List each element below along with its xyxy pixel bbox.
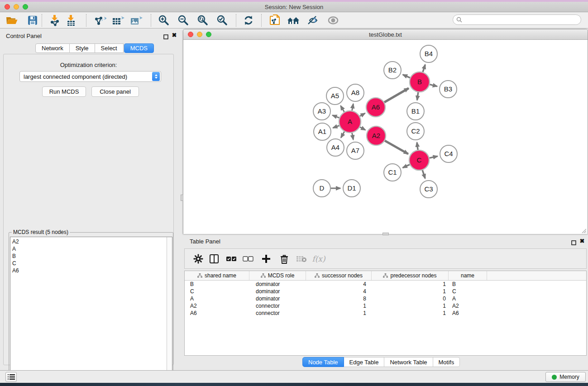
export-network-icon[interactable]: [92, 14, 108, 27]
delete-table-icon[interactable]: [295, 252, 308, 266]
column-type-icon: [383, 273, 388, 278]
mcds-result-item[interactable]: A2: [12, 238, 167, 245]
graph-edge-C-C4[interactable]: [429, 156, 437, 158]
export-table-icon[interactable]: [110, 14, 126, 27]
table-row[interactable]: A2 connector 1 1 A2: [185, 302, 586, 310]
column-type-icon: [315, 273, 320, 278]
mcds-result-list[interactable]: A2 A B C A6: [10, 237, 172, 386]
desktop-strip-bottom: [0, 383, 588, 386]
criterion-dropdown[interactable]: largest connected component (directed): [19, 71, 161, 82]
mcds-result-item[interactable]: C: [12, 260, 167, 267]
task-history-button[interactable]: [5, 372, 17, 382]
table-row[interactable]: C dominator 4 1 C: [185, 288, 586, 295]
delete-column-icon[interactable]: [277, 252, 291, 266]
search-input[interactable]: [464, 17, 581, 23]
graph-edge-A-A2[interactable]: [360, 127, 365, 130]
graph-edge-C-C1[interactable]: [403, 165, 410, 168]
mcds-result-item[interactable]: A6: [12, 267, 167, 274]
tab-node-table[interactable]: Node Table: [302, 357, 344, 367]
tab-network[interactable]: Network: [35, 43, 70, 53]
search-box[interactable]: [453, 14, 581, 25]
run-mcds-button[interactable]: Run MCDS: [42, 86, 86, 97]
graph-edge-B-B3[interactable]: [430, 85, 437, 86]
graph-node-label-A4: A4: [331, 143, 339, 151]
import-network-icon[interactable]: [47, 14, 62, 27]
graph-node-label-B: B: [417, 78, 422, 86]
graph-edge-C-C2[interactable]: [417, 143, 418, 150]
graph-edge-A-A8[interactable]: [352, 104, 354, 111]
graph-node-label-A7: A7: [351, 147, 359, 154]
graph-edge-B-B4[interactable]: [423, 65, 425, 72]
column-header[interactable]: MCDS role: [249, 271, 306, 280]
import-table-icon[interactable]: [63, 14, 79, 27]
main-titlebar: Session: New Session: [0, 2, 588, 12]
graph-edge-A2-C[interactable]: [385, 141, 408, 154]
column-header[interactable]: successor nodes: [306, 271, 372, 280]
graph-edge-A-A5[interactable]: [341, 106, 344, 112]
node-table: shared name MCDS role successor nodes pr…: [184, 271, 587, 356]
export-image-icon[interactable]: [129, 14, 144, 27]
graph-edge-A6-B[interactable]: [384, 88, 409, 102]
column-header[interactable]: shared name: [185, 271, 249, 280]
table-row[interactable]: A dominator 8 0 A: [185, 295, 586, 302]
node-table-header: shared name MCDS role successor nodes pr…: [185, 271, 586, 281]
tab-edge-table[interactable]: Edge Table: [344, 357, 385, 367]
graph-edge-B-B2[interactable]: [403, 75, 410, 78]
table-row[interactable]: B dominator 4 1 B: [185, 281, 586, 288]
tab-select[interactable]: Select: [95, 43, 124, 53]
graph-edge-A-A1[interactable]: [333, 125, 339, 128]
graph-edge-A-A7[interactable]: [352, 133, 354, 140]
tab-motifs[interactable]: Motifs: [433, 357, 460, 367]
memory-button[interactable]: Memory: [545, 372, 586, 382]
close-table-panel-icon[interactable]: ✖: [579, 238, 585, 244]
mcds-list-scrollbar[interactable]: [167, 237, 172, 386]
home-layout-icon[interactable]: [286, 14, 301, 27]
dropdown-stepper-icon: [152, 72, 160, 81]
save-session-icon[interactable]: [25, 14, 40, 27]
new-network-from-selection-icon[interactable]: [268, 14, 283, 27]
column-header[interactable]: predecessor nodes: [372, 271, 449, 280]
graph-edge-C-C3[interactable]: [422, 170, 425, 178]
function-builder-icon[interactable]: f(x): [312, 252, 325, 266]
mcds-result-item[interactable]: A: [12, 245, 167, 253]
splitter-grip-left[interactable]: [181, 195, 183, 201]
zoom-out-icon[interactable]: [176, 14, 191, 27]
close-panel-button[interactable]: Close panel: [91, 86, 139, 97]
graph-edge-A-A4[interactable]: [341, 132, 344, 138]
zoom-selected-icon[interactable]: [215, 14, 230, 27]
column-header[interactable]: name: [449, 271, 487, 280]
add-column-icon[interactable]: [259, 252, 273, 266]
tab-style[interactable]: Style: [70, 43, 95, 53]
resize-corner-icon[interactable]: [581, 228, 587, 234]
select-all-icon[interactable]: [225, 252, 238, 266]
table-row[interactable]: A6 connector 1 1 A6: [185, 310, 586, 317]
control-panel-title: Control Panel: [6, 33, 42, 39]
float-table-panel-icon[interactable]: [571, 239, 577, 244]
table-settings-gear-icon[interactable]: [191, 252, 205, 266]
graph-edge-B-B1[interactable]: [417, 92, 418, 100]
float-panel-icon[interactable]: [163, 33, 169, 38]
graph-node-label-A: A: [348, 118, 352, 125]
table-panel: Table Panel ✖ f(x): [183, 235, 588, 370]
graph-node-label-D: D: [320, 184, 325, 192]
graph-edge-A-A6[interactable]: [360, 113, 365, 116]
refresh-icon[interactable]: [241, 14, 256, 27]
zoom-in-icon[interactable]: [156, 14, 172, 27]
zoom-fit-icon[interactable]: [195, 14, 210, 27]
toggle-view-icon[interactable]: [325, 14, 341, 27]
tab-network-table[interactable]: Network Table: [384, 357, 433, 367]
graph-node-label-C2: C2: [411, 127, 420, 135]
column-selector-icon[interactable]: [207, 252, 221, 266]
search-icon: [456, 17, 462, 23]
graph-edge-A-A3[interactable]: [332, 115, 339, 118]
deselect-all-icon[interactable]: [241, 252, 255, 266]
tab-mcds[interactable]: MCDS: [124, 43, 154, 53]
optimization-criterion-label: Optimization criterion:: [4, 62, 173, 68]
close-panel-icon[interactable]: ✖: [171, 32, 177, 38]
network-window-titlebar[interactable]: testGlobe.txt: [183, 29, 588, 40]
network-canvas[interactable]: AA6A2BCA1A3A4A5A7A8B1B2B3B4C1C2C3C4DD1: [183, 40, 588, 234]
show-hide-graphics-icon[interactable]: [306, 14, 321, 27]
open-file-icon[interactable]: [4, 14, 19, 27]
graph-node-label-A6: A6: [372, 103, 380, 111]
mcds-result-item[interactable]: B: [12, 253, 167, 260]
